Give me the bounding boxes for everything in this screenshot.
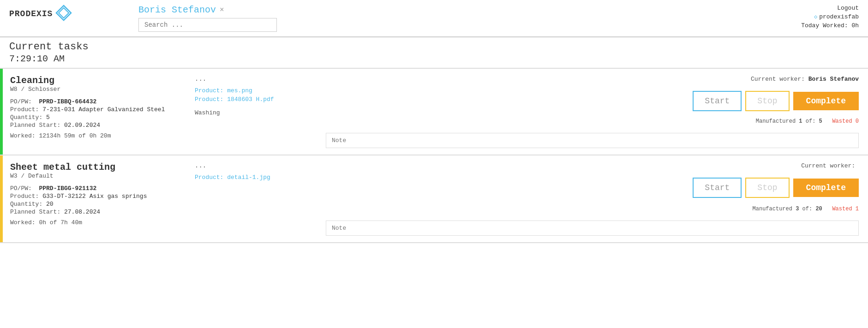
task-worked: Worked: 0h of 7h 40m — [10, 219, 180, 226]
task-worked: Worked: 12134h 59m of 0h 20m — [10, 132, 180, 139]
stop-button[interactable]: Stop — [745, 178, 789, 198]
note-input[interactable] — [326, 133, 859, 148]
page-title: Current tasks — [9, 41, 859, 53]
task-location: W8 / Schlosser — [10, 86, 180, 93]
task-worker-label: Current worker: — [801, 162, 859, 169]
task-planned-start: Planned Start: 27.08.2024 — [10, 209, 180, 215]
start-button[interactable]: Start — [693, 91, 742, 111]
logo-icon — [55, 5, 72, 23]
diamond-icon: ◇ — [814, 13, 817, 20]
task-worker-label: Current worker: Boris Stefanov — [751, 76, 859, 83]
logo-text: PRODEXIS — [9, 9, 53, 18]
task-card-1: Cleaning W8 / Schlosser PO/PW: PPRD-IBBQ… — [0, 68, 868, 155]
task-actions: Start Stop Complete — [326, 178, 859, 198]
task-title: Sheet metal cutting — [10, 162, 180, 173]
logo-area: PRODEXIS — [9, 5, 111, 23]
time-display: 7:29:10 AM — [9, 54, 859, 68]
task-note-description: Washing — [195, 109, 309, 116]
task-quantity: Quantity: 5 — [10, 114, 180, 121]
task-actions: Start Stop Complete — [326, 91, 859, 111]
task-po-pw: PO/PW: PPRD-IBBQ-664432 — [10, 98, 180, 105]
logout-button[interactable]: Logout — [776, 5, 859, 12]
today-worked: Today Worked: 0h — [776, 22, 859, 29]
wasted-label: Wasted 1 — [832, 206, 859, 212]
account-name: prodexisfab — [819, 13, 859, 20]
task-quantity: Quantity: 20 — [10, 201, 180, 208]
task-link[interactable]: Product: mes.png — [195, 87, 309, 94]
complete-button[interactable]: Complete — [793, 179, 859, 197]
search-input[interactable] — [138, 18, 277, 32]
current-tasks-area: Current tasks 7:29:10 AM — [0, 37, 868, 68]
task-left: Sheet metal cutting W3 / Default PO/PW: … — [3, 155, 187, 242]
task-left: Cleaning W8 / Schlosser PO/PW: PPRD-IBBQ… — [3, 69, 187, 155]
task-middle: ... Product: detail-1.jpg — [187, 155, 317, 242]
task-worker-area: Current worker: — [326, 162, 859, 169]
wasted-label: Wasted 0 — [832, 118, 859, 125]
user-tab-name: Boris Stefanov — [138, 5, 216, 15]
manufactured-line: Manufactured 3 of: 20 Wasted 1 — [326, 206, 859, 212]
header: PRODEXIS Boris Stefanov × Logout ◇ prode… — [0, 0, 868, 37]
task-right: Current worker: Start Stop Complete Manu… — [317, 155, 868, 242]
complete-button[interactable]: Complete — [793, 92, 859, 110]
task-right: Current worker: Boris Stefanov Start Sto… — [317, 69, 868, 155]
user-tab: Boris Stefanov × — [138, 5, 224, 15]
task-product: Product: 7-231-031 Adapter Galvanized St… — [10, 106, 180, 113]
task-middle: ... Product: mes.pngProduct: 1848603 H.p… — [187, 69, 317, 155]
manufactured-line: Manufactured 1 of: 5 Wasted 0 — [326, 118, 859, 125]
header-center: Boris Stefanov × — [111, 5, 776, 32]
task-link[interactable]: Product: detail-1.jpg — [195, 174, 309, 181]
task-right-inner: Current worker: Boris Stefanov Start Sto… — [326, 75, 859, 148]
start-button[interactable]: Start — [693, 178, 742, 198]
task-ellipsis: ... — [195, 162, 309, 169]
task-worker-area: Current worker: Boris Stefanov — [326, 75, 859, 83]
task-worker-name: Boris Stefanov — [808, 76, 859, 83]
task-title: Cleaning — [10, 75, 180, 86]
task-product: Product: G33-DT-32122 Asix gas springs — [10, 193, 180, 200]
task-ellipsis: ... — [195, 75, 309, 83]
header-right: Logout ◇ prodexisfab Today Worked: 0h — [776, 5, 859, 29]
task-card-2: Sheet metal cutting W3 / Default PO/PW: … — [0, 155, 868, 243]
close-tab-button[interactable]: × — [220, 6, 224, 14]
user-info: ◇ prodexisfab — [776, 13, 859, 20]
task-link[interactable]: Product: 1848603 H.pdf — [195, 96, 309, 103]
note-input[interactable] — [326, 221, 859, 236]
task-list: Cleaning W8 / Schlosser PO/PW: PPRD-IBBQ… — [0, 68, 868, 243]
stop-button[interactable]: Stop — [745, 91, 789, 111]
task-po-pw: PO/PW: PPRD-IBGG-921132 — [10, 185, 180, 192]
task-right-inner: Current worker: Start Stop Complete Manu… — [326, 162, 859, 236]
task-location: W3 / Default — [10, 173, 180, 179]
task-planned-start: Planned Start: 02.09.2024 — [10, 122, 180, 129]
